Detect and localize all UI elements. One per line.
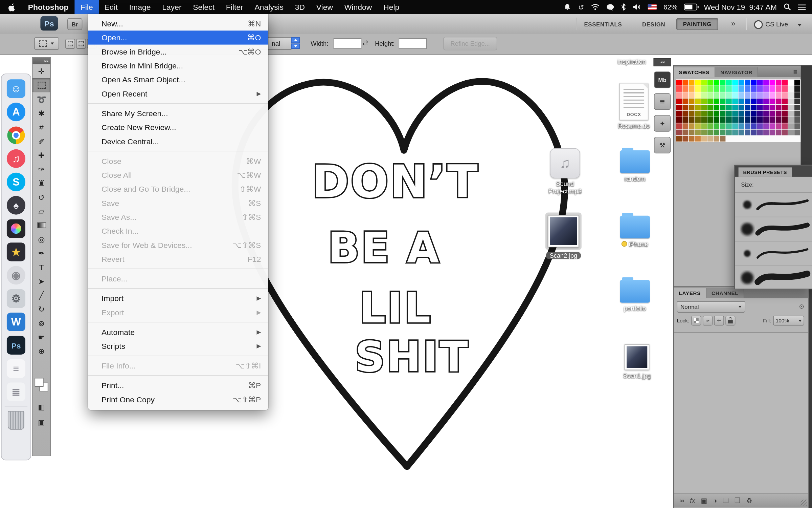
- menu-item-browse-in-mini-bridge[interactable]: Browse in Mini Bridge...: [88, 59, 268, 72]
- dock-item-app-store[interactable]: A: [6, 102, 26, 122]
- swatch[interactable]: [707, 111, 713, 117]
- move-tool[interactable]: ✛: [32, 64, 50, 78]
- swatch[interactable]: [714, 99, 719, 104]
- swatch[interactable]: [788, 105, 794, 110]
- mini-bridge-panel[interactable]: Mb: [654, 71, 671, 88]
- swatch[interactable]: [707, 136, 713, 142]
- swatch[interactable]: [714, 92, 719, 98]
- swatch[interactable]: [695, 92, 701, 98]
- quick-mask-button[interactable]: ◧: [32, 403, 50, 411]
- swatch[interactable]: [769, 92, 775, 98]
- swatch[interactable]: [794, 105, 800, 110]
- tab-layers[interactable]: LAYERS: [674, 288, 706, 298]
- swatch[interactable]: [751, 92, 757, 98]
- swatch[interactable]: [769, 123, 775, 129]
- swatch[interactable]: [701, 130, 707, 135]
- menu-analysis[interactable]: Analysis: [249, 0, 289, 14]
- line-tool[interactable]: ╱: [32, 288, 50, 302]
- swatch[interactable]: [739, 117, 744, 123]
- swatch[interactable]: [714, 105, 719, 110]
- dock-item-finder[interactable]: ☺: [6, 78, 26, 99]
- swatch[interactable]: [763, 86, 769, 92]
- swatch[interactable]: [714, 80, 719, 86]
- swatch[interactable]: [763, 92, 769, 98]
- swatch[interactable]: [720, 117, 726, 123]
- apple-menu[interactable]: [0, 3, 22, 11]
- swatch[interactable]: [788, 123, 794, 129]
- eraser-tool[interactable]: ▱: [32, 204, 50, 218]
- eyedropper-tool[interactable]: ✐: [32, 134, 50, 148]
- swatch[interactable]: [776, 117, 782, 123]
- swatch[interactable]: [757, 117, 763, 123]
- swatch[interactable]: [701, 86, 707, 92]
- swatch[interactable]: [689, 92, 695, 98]
- rectangular-marquee-tool[interactable]: [32, 78, 50, 92]
- swatch[interactable]: [726, 80, 732, 86]
- swatch[interactable]: [745, 99, 750, 104]
- swatch[interactable]: [676, 130, 682, 135]
- cs-live-button[interactable]: CS Live: [765, 21, 788, 28]
- swatch[interactable]: [776, 92, 782, 98]
- swatch[interactable]: [707, 86, 713, 92]
- swatch[interactable]: [682, 80, 688, 86]
- menu-item-browse-in-bridge[interactable]: Browse in Bridge...⌥⌘O: [88, 45, 268, 59]
- panel-menu-icon[interactable]: ≣: [793, 69, 797, 75]
- bell-icon[interactable]: [564, 3, 571, 11]
- swatch[interactable]: [794, 80, 800, 86]
- swatch[interactable]: [689, 111, 695, 117]
- menu-item-scripts[interactable]: Scripts▶: [88, 339, 268, 353]
- tool-presets-panel[interactable]: ✦: [654, 115, 671, 132]
- menu-3d[interactable]: 3D: [289, 0, 311, 14]
- dock-item-photoshop-app[interactable]: Ps: [6, 335, 26, 356]
- swatch[interactable]: [689, 86, 695, 92]
- swatch[interactable]: [726, 99, 732, 104]
- swatch[interactable]: [707, 123, 713, 129]
- dock-item-spy-app[interactable]: ♠: [6, 195, 26, 216]
- swatch[interactable]: [732, 80, 738, 86]
- desktop-icon-file-sound-project[interactable]: ♫SoundProject.mp3: [544, 148, 586, 195]
- swatch[interactable]: [701, 111, 707, 117]
- swatch[interactable]: [714, 136, 719, 142]
- height-input[interactable]: [399, 38, 427, 49]
- swatch[interactable]: [794, 111, 800, 117]
- swatch[interactable]: [676, 136, 682, 142]
- swatch[interactable]: [726, 86, 732, 92]
- add-to-selection-button[interactable]: [76, 39, 86, 49]
- swatch[interactable]: [701, 80, 707, 86]
- swatch[interactable]: [701, 92, 707, 98]
- swatch[interactable]: [701, 123, 707, 129]
- swatch[interactable]: [769, 86, 775, 92]
- swatch[interactable]: [714, 123, 719, 129]
- swatch[interactable]: [739, 123, 744, 129]
- swatch[interactable]: [782, 92, 788, 98]
- new-adjustment-layer-button[interactable]: ◑: [713, 496, 717, 504]
- swatch[interactable]: [682, 105, 688, 110]
- workspace-essentials[interactable]: ESSENTIALS: [584, 21, 622, 27]
- swatch[interactable]: [763, 123, 769, 129]
- swatch[interactable]: [757, 111, 763, 117]
- swatch[interactable]: [720, 80, 726, 86]
- tools-extra-panel[interactable]: ⚒: [654, 137, 671, 153]
- swatch[interactable]: [726, 123, 732, 129]
- style-stepper[interactable]: [291, 37, 300, 49]
- link-layers-button[interactable]: ∞: [679, 496, 684, 504]
- swatch[interactable]: [757, 123, 763, 129]
- swatch[interactable]: [739, 105, 744, 110]
- swatch[interactable]: [757, 86, 763, 92]
- menu-help[interactable]: Help: [378, 0, 405, 14]
- lock-all-button[interactable]: [725, 316, 735, 325]
- swatch[interactable]: [769, 99, 775, 104]
- desktop-icon-file-scan1[interactable]: Scan1.jpg: [616, 344, 657, 379]
- panel-resize-grip[interactable]: [800, 500, 807, 506]
- workspace-overflow-button[interactable]: »: [731, 19, 735, 27]
- width-input[interactable]: [334, 38, 362, 49]
- swatch[interactable]: [720, 123, 726, 129]
- menu-file[interactable]: File: [75, 0, 99, 14]
- swatch[interactable]: [745, 117, 750, 123]
- brush-preset-row[interactable]: [735, 241, 812, 266]
- launch-bridge-button[interactable]: Br: [67, 18, 82, 30]
- swatch[interactable]: [682, 117, 688, 123]
- swatch[interactable]: [732, 99, 738, 104]
- swatch[interactable]: [794, 99, 800, 104]
- clone-stamp-tool[interactable]: ♜: [32, 176, 50, 190]
